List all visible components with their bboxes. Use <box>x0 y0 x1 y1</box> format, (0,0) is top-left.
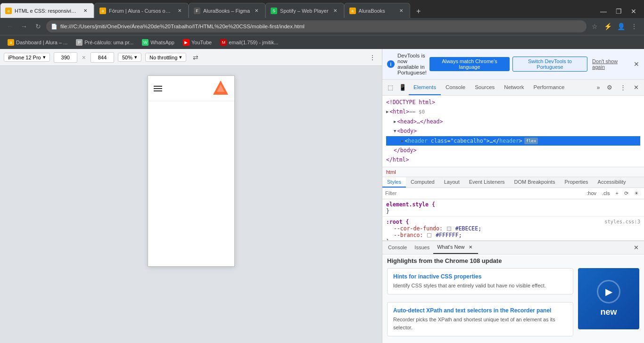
bottom-drawer: Console Issues What's New ✕ ✕ Highlights… <box>382 240 644 343</box>
dom-line-html[interactable]: ▶ <html> == $0 <box>386 107 640 116</box>
dom-line-head[interactable]: ▶ <head>…</head> <box>386 117 640 126</box>
styles-tab-layout[interactable]: Layout <box>439 177 464 188</box>
device-mode-btn[interactable]: 📱 <box>396 82 409 94</box>
bookmark-item-youtube[interactable]: ▶ YouTube <box>179 38 215 47</box>
filter-cls-btn[interactable]: .cls <box>600 189 612 197</box>
tab-elements[interactable]: Elements <box>409 80 441 95</box>
filter-hov-btn[interactable]: :hov <box>584 189 599 197</box>
dom-line-html-close[interactable]: </html> <box>386 155 640 164</box>
restore-btn[interactable]: ❐ <box>612 5 625 18</box>
drawer-tab-console[interactable]: Console <box>384 241 411 254</box>
throttle-selector[interactable]: No throttling ▾ <box>145 53 186 62</box>
tab-label-3: AluraBooks – Figma <box>203 8 250 14</box>
rotate-btn[interactable]: ⇄ <box>190 52 201 63</box>
tab-close-btn[interactable]: ✕ <box>82 7 89 15</box>
device-selector[interactable]: iPhone 12 Pro ▾ <box>4 53 50 62</box>
breadcrumb-html[interactable]: html <box>386 169 396 175</box>
drawer-tab-issues[interactable]: Issues <box>411 241 433 254</box>
more-menu-btn[interactable]: ⋮ <box>628 20 640 33</box>
devtools-close-btn[interactable]: ✕ <box>630 82 642 94</box>
bookmark-star-btn[interactable]: ☆ <box>588 20 601 33</box>
dom-html-close-tag: </html> <box>386 155 409 164</box>
dom-expand-head[interactable]: ▶ <box>394 118 396 125</box>
dom-line-body-close[interactable]: </body> <box>386 146 640 155</box>
whats-new-close-btn[interactable]: ✕ <box>467 243 474 251</box>
tab-close-btn-5[interactable]: ✕ <box>397 7 405 15</box>
styles-tab-properties[interactable]: Properties <box>560 177 593 188</box>
thumbnail-circle: ▶ <box>597 280 620 303</box>
reload-btn[interactable]: ↻ <box>32 20 44 33</box>
tab-console[interactable]: Console <box>441 80 470 95</box>
nav-actions: ☆ ⚡ 👤 ⋮ <box>588 20 640 33</box>
dom-line-header[interactable]: ▶ <header class="cabecalho">…</header> f… <box>386 136 640 146</box>
filter-add-btn[interactable]: + <box>613 189 621 197</box>
drawer-close-btn[interactable]: ✕ <box>630 241 642 253</box>
extension-btn[interactable]: ⚡ <box>602 20 614 33</box>
more-toolbar-btn[interactable]: ⋮ <box>367 52 378 63</box>
width-input[interactable] <box>54 52 77 63</box>
css-swatch-branco[interactable] <box>427 233 431 237</box>
devtools-settings-btn[interactable]: ⚙ <box>603 82 616 94</box>
drawer-thumbnail: ▶ new <box>578 268 639 329</box>
tab-performance[interactable]: Performance <box>529 80 570 95</box>
tab-2[interactable]: a Fórum | Alura - Cursos onlin... ✕ <box>94 3 189 18</box>
tab-active[interactable]: a HTML e CSS: responsividade... ✕ <box>0 3 94 18</box>
zoom-selector[interactable]: 50% ▾ <box>118 53 141 62</box>
bookmark-item-precalculo[interactable]: P Pré-cálculo: uma pr... <box>72 38 137 47</box>
css-source-root[interactable]: styles.css:3 <box>604 219 640 224</box>
dismiss-btn[interactable]: Don't show again <box>592 58 629 70</box>
phone-frame-wrapper <box>148 66 235 343</box>
dom-line-body[interactable]: ▼ <body> <box>386 126 640 136</box>
dom-html-equals: == $0 <box>409 108 425 116</box>
tab-sources[interactable]: Sources <box>470 80 499 95</box>
close-window-btn[interactable]: ✕ <box>627 5 640 18</box>
dom-expand-header[interactable]: ▶ <box>401 138 404 144</box>
css-selector-element-style: element.style { <box>386 201 435 208</box>
address-bar[interactable]: 📄 file:///C:/Users/jmiti/OneDrive/Área%2… <box>46 20 586 33</box>
inspect-element-btn[interactable]: ⬚ <box>384 82 396 94</box>
devtools-more-btn[interactable]: ⋮ <box>617 82 629 94</box>
notification-close-btn[interactable]: ✕ <box>634 60 639 68</box>
drawer-card-2: Auto-detect XPath and text selectors in … <box>387 302 573 336</box>
drawer-card-title-1[interactable]: Hints for inactive CSS properties <box>393 273 567 280</box>
dom-line-doctype[interactable]: <!DOCTYPE html> <box>386 98 640 107</box>
flex-badge: flex <box>524 138 538 144</box>
filter-input[interactable] <box>385 190 582 196</box>
css-swatch-cor-fundo[interactable] <box>447 227 451 231</box>
hamburger-icon[interactable] <box>154 86 162 91</box>
styles-tab-computed[interactable]: Computed <box>406 177 439 188</box>
tab-close-btn-3[interactable]: ✕ <box>253 7 260 15</box>
devtools-header: ⬚ 📱 Elements Console Sources Network Per… <box>382 80 644 96</box>
switch-portuguese-btn[interactable]: Switch DevTools to Portuguese <box>512 57 587 72</box>
back-btn[interactable]: ← <box>4 20 16 33</box>
tab-close-btn-2[interactable]: ✕ <box>176 7 183 15</box>
tab-close-btn-4[interactable]: ✕ <box>331 7 339 15</box>
match-language-btn[interactable]: Always match Chrome's language <box>429 57 510 71</box>
filter-refresh-btn[interactable]: ⟳ <box>622 189 631 197</box>
tab-network[interactable]: Network <box>499 80 528 95</box>
bookmark-item-whatsapp[interactable]: W WhatsApp <box>138 38 178 47</box>
tab-favicon: a <box>5 8 12 14</box>
styles-tab-accessibility[interactable]: Accessibility <box>593 177 631 188</box>
new-tab-btn[interactable]: + <box>412 5 425 18</box>
styles-tab-event-listeners[interactable]: Event Listeners <box>464 177 510 188</box>
bookmark-item-dashboard[interactable]: a Dashboard | Alura – ... <box>4 38 71 47</box>
dom-expand-body[interactable]: ▼ <box>394 128 396 134</box>
tab-3[interactable]: F AluraBooks – Figma ✕ <box>189 3 265 18</box>
drawer-tab-whats-new[interactable]: What's New ✕ <box>433 241 478 254</box>
styles-tab-dom-breakpoints[interactable]: DOM Breakpoints <box>510 177 560 188</box>
profile-btn[interactable]: 👤 <box>615 20 627 33</box>
throttle-label: No throttling <box>149 55 177 60</box>
styles-tab-styles[interactable]: Styles <box>382 177 406 188</box>
tab-4[interactable]: S Spotify – Web Player ✕ <box>265 3 344 18</box>
tab-5[interactable]: a AluraBooks ✕ <box>344 3 410 18</box>
zoom-label: 50% <box>122 55 132 60</box>
more-devtools-tabs-btn[interactable]: » <box>593 82 603 93</box>
bookmark-item-email[interactable]: M email(1.759) - jmitik... <box>216 38 282 47</box>
forward-btn[interactable]: → <box>18 20 30 33</box>
height-input[interactable] <box>91 52 114 63</box>
minimize-btn[interactable]: — <box>597 5 610 18</box>
drawer-card-title-2[interactable]: Auto-detect XPath and text selectors in … <box>393 307 567 314</box>
filter-color-scheme-btn[interactable]: ☀ <box>632 189 641 197</box>
dom-expand-html[interactable]: ▶ <box>386 108 388 115</box>
